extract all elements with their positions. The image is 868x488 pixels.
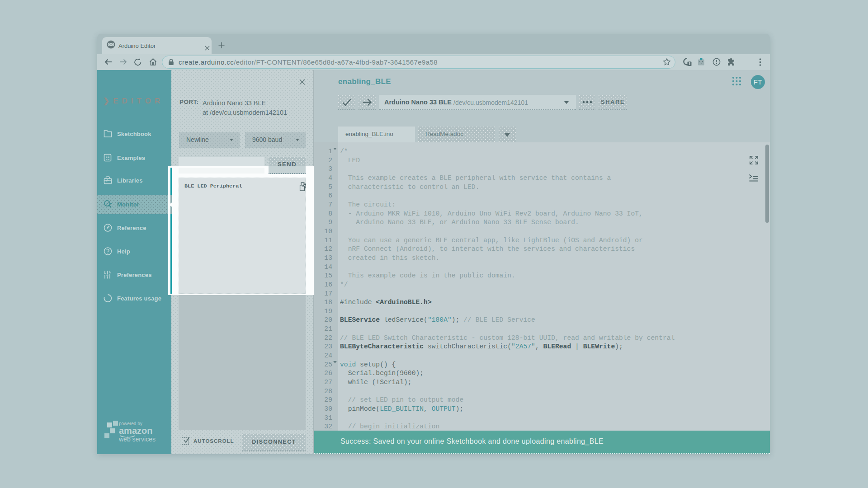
svg-text:amazon: amazon [119, 426, 152, 436]
